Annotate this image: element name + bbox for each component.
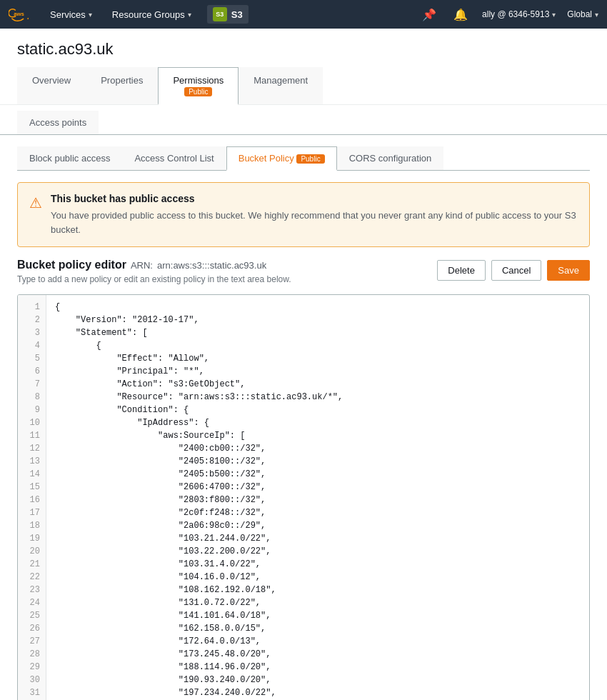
main-tabs: Overview Properties Permissions Public M… — [17, 67, 590, 104]
perm-tab-acl[interactable]: Access Control List — [122, 146, 226, 170]
code-content[interactable]: { "Version": "2012-10-17", "Statement": … — [46, 295, 589, 700]
page-content: static.ac93.uk Overview Properties Permi… — [0, 29, 607, 700]
global-menu[interactable]: Global ▾ — [567, 9, 598, 19]
global-chevron: ▾ — [595, 11, 598, 19]
perm-tabs-row: Block public access Access Control List … — [0, 135, 607, 171]
tab-properties[interactable]: Properties — [86, 67, 158, 104]
editor-subtitle: Type to add a new policy or edit an exis… — [17, 274, 291, 284]
s3-icon: S3 — [213, 7, 227, 21]
bucket-header: static.ac93.uk Overview Properties Permi… — [0, 29, 607, 105]
tab-overview[interactable]: Overview — [17, 67, 86, 104]
tab-management[interactable]: Management — [239, 67, 323, 104]
editor-arn-label: ARN: — [131, 260, 153, 271]
bucket-policy-editor: Bucket policy editor ARN: arn:aws:s3:::s… — [17, 259, 590, 700]
sub-tabs-row: Access points — [0, 105, 607, 135]
permissions-badge: Public — [184, 87, 212, 96]
warning-content: This bucket has public access You have p… — [51, 193, 578, 236]
tab-permissions-label: Permissions — [173, 75, 224, 86]
services-label: Services — [50, 9, 86, 20]
bucket-title: static.ac93.uk — [17, 40, 590, 59]
code-editor[interactable]: 1234567891011121314151617181920212223242… — [17, 294, 590, 700]
perm-tab-block-label: Block public access — [29, 153, 110, 164]
user-menu[interactable]: ally @ 6346-5913 ▾ — [482, 9, 556, 19]
perm-tab-cors[interactable]: CORS configuration — [337, 146, 444, 170]
perm-tabs: Block public access Access Control List … — [17, 146, 590, 171]
save-button[interactable]: Save — [547, 260, 590, 281]
sub-tab-access-points[interactable]: Access points — [17, 111, 99, 134]
pin-button[interactable]: 📌 — [419, 5, 439, 24]
line-numbers: 1234567891011121314151617181920212223242… — [18, 295, 46, 700]
perm-tab-cors-label: CORS configuration — [349, 153, 432, 164]
cancel-button[interactable]: Cancel — [491, 260, 541, 281]
editor-header: Bucket policy editor ARN: arn:aws:s3:::s… — [17, 259, 590, 290]
notifications-button[interactable]: 🔔 — [451, 5, 471, 24]
policy-badge: Public — [296, 154, 324, 164]
editor-title: Bucket policy editor — [17, 259, 126, 271]
services-chevron: ▾ — [89, 11, 92, 19]
perm-tab-policy-label: Bucket Policy — [239, 153, 294, 164]
warning-text: You have provided public access to this … — [51, 209, 578, 236]
global-label: Global — [567, 9, 592, 19]
tab-properties-label: Properties — [101, 75, 143, 86]
public-access-warning: ⚠ This bucket has public access You have… — [17, 182, 590, 247]
services-menu[interactable]: Services ▾ — [46, 6, 96, 23]
sub-tab-access-points-label: Access points — [29, 117, 86, 128]
aws-logo[interactable]: aws — [9, 6, 34, 22]
perm-tab-acl-label: Access Control List — [134, 153, 214, 164]
top-navigation: aws Services ▾ Resource Groups ▾ S3 S3 📌… — [0, 0, 607, 29]
user-chevron: ▾ — [552, 11, 556, 19]
tab-overview-label: Overview — [32, 75, 71, 86]
resource-groups-label: Resource Groups — [112, 9, 185, 20]
svg-text:aws: aws — [14, 11, 24, 17]
resource-groups-menu[interactable]: Resource Groups ▾ — [108, 6, 196, 23]
tab-permissions[interactable]: Permissions Public — [158, 67, 239, 105]
s3-service-badge[interactable]: S3 S3 — [207, 5, 249, 24]
editor-title-area: Bucket policy editor ARN: arn:aws:s3:::s… — [17, 259, 291, 290]
tab-management-label: Management — [254, 75, 308, 86]
perm-tab-block-public[interactable]: Block public access — [17, 146, 122, 170]
editor-action-buttons: Delete Cancel Save — [437, 260, 590, 281]
delete-button[interactable]: Delete — [437, 260, 486, 281]
editor-arn-value: arn:aws:s3:::static.ac93.uk — [157, 260, 266, 271]
resource-groups-chevron: ▾ — [188, 11, 191, 19]
warning-icon: ⚠ — [29, 193, 42, 236]
warning-title: This bucket has public access — [51, 193, 578, 204]
user-label: ally @ 6346-5913 — [482, 9, 549, 19]
s3-label: S3 — [231, 9, 243, 20]
perm-tab-bucket-policy[interactable]: Bucket Policy Public — [226, 146, 337, 171]
